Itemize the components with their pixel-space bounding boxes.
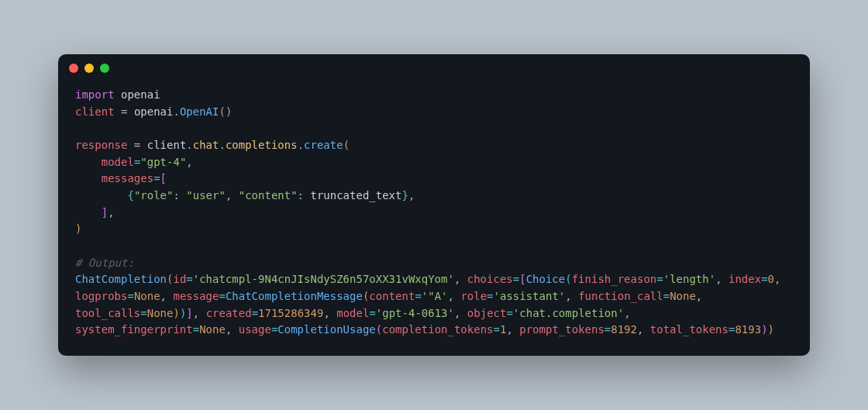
op-eq: = bbox=[153, 172, 160, 184]
type-ccm: ChatCompletionMessage bbox=[226, 290, 363, 302]
comma: , bbox=[193, 307, 206, 319]
ref-client: client bbox=[147, 139, 187, 151]
type-choice: Choice bbox=[526, 273, 566, 285]
op-eq: = bbox=[193, 323, 199, 336]
field-model: model bbox=[336, 307, 369, 319]
val-id: 'chatcmpl-9N4cnJIsNdySZ6n57oXX31vWxqYom' bbox=[193, 273, 454, 285]
val-model: 'gpt-4-0613' bbox=[376, 307, 454, 319]
op-eq: = bbox=[115, 105, 134, 118]
comma: , bbox=[408, 189, 415, 202]
field-logprobs: logprobs bbox=[75, 290, 127, 302]
comma: , bbox=[506, 323, 519, 336]
val-role: 'assistant' bbox=[494, 290, 566, 302]
comma: , bbox=[186, 156, 192, 168]
op-eq: = bbox=[604, 323, 611, 336]
val-object: 'chat.completion' bbox=[513, 307, 624, 319]
paren-close: ) bbox=[173, 307, 179, 319]
paren-open: ( bbox=[343, 139, 350, 151]
comma: , bbox=[226, 323, 239, 336]
field-usage: usage bbox=[239, 323, 271, 336]
dot: . bbox=[298, 139, 304, 151]
var-response: response bbox=[75, 139, 127, 151]
parens: () bbox=[219, 105, 232, 118]
attr-completions: completions bbox=[226, 139, 298, 151]
val-none: None bbox=[199, 323, 226, 336]
op-eq: = bbox=[663, 290, 670, 302]
dot: . bbox=[173, 105, 179, 118]
type-chatcompletion: ChatCompletion bbox=[75, 273, 167, 285]
type-completionusage: CompletionUsage bbox=[277, 323, 375, 336]
field-completion-tokens: completion_tokens bbox=[382, 323, 493, 336]
bracket-open: [ bbox=[519, 273, 525, 285]
val-index: 0 bbox=[768, 273, 774, 285]
field-choices: choices bbox=[467, 273, 513, 285]
comma: , bbox=[715, 273, 728, 285]
field-content: content bbox=[369, 290, 415, 302]
val-user: "user" bbox=[186, 189, 226, 202]
field-object: object bbox=[467, 307, 507, 319]
bracket-close: ] bbox=[186, 307, 192, 319]
module-openai: openai bbox=[134, 105, 174, 118]
op-eq: = bbox=[415, 290, 421, 302]
str-model: "gpt-4" bbox=[140, 156, 186, 168]
brace-open: { bbox=[127, 189, 133, 202]
comment-output: # Output: bbox=[75, 257, 134, 269]
val-none: None bbox=[134, 290, 160, 302]
call-openai: OpenAI bbox=[180, 105, 219, 118]
op-eq: = bbox=[761, 273, 767, 285]
colon: : bbox=[298, 189, 311, 202]
field-prompt-tokens: prompt_tokens bbox=[519, 323, 604, 336]
op-eq: = bbox=[656, 273, 663, 285]
key-content: "content" bbox=[239, 189, 298, 202]
brace-close: } bbox=[401, 189, 408, 202]
comma: , bbox=[454, 273, 467, 285]
field-index: index bbox=[728, 273, 761, 285]
op-eq: = bbox=[219, 290, 225, 302]
field-finish-reason: finish_reason bbox=[572, 273, 657, 285]
comma: , bbox=[448, 290, 461, 302]
op-eq: = bbox=[494, 323, 500, 336]
dot: . bbox=[219, 139, 225, 151]
field-message: message bbox=[173, 290, 219, 302]
minimize-icon[interactable] bbox=[84, 64, 94, 73]
colon: : bbox=[173, 189, 186, 202]
var-truncated-text: truncated_text bbox=[310, 189, 401, 202]
op-eq: = bbox=[127, 139, 146, 151]
field-tool-calls: tool_calls bbox=[75, 307, 140, 319]
paren-close: ) bbox=[768, 323, 774, 336]
comma: , bbox=[226, 189, 239, 202]
comma: , bbox=[774, 273, 787, 285]
indent bbox=[75, 206, 102, 219]
comma: , bbox=[108, 206, 114, 219]
comma: , bbox=[454, 307, 467, 319]
kwarg-model: model bbox=[102, 156, 134, 168]
bracket-close: ] bbox=[102, 206, 108, 219]
paren-close: ) bbox=[761, 323, 767, 336]
call-create: create bbox=[304, 139, 343, 151]
op-eq: = bbox=[252, 307, 258, 319]
close-icon[interactable] bbox=[69, 64, 78, 73]
op-eq: = bbox=[487, 290, 493, 302]
val-content: '"A' bbox=[422, 290, 448, 302]
var-client: client bbox=[75, 105, 115, 118]
comma: , bbox=[565, 290, 578, 302]
paren-close: ) bbox=[75, 222, 81, 235]
keyword-import: import bbox=[75, 88, 115, 101]
comma: , bbox=[323, 307, 336, 319]
module-openai: openai bbox=[115, 88, 160, 101]
attr-chat: chat bbox=[193, 139, 219, 151]
op-eq: = bbox=[140, 307, 146, 319]
indent bbox=[75, 172, 102, 184]
key-role: "role" bbox=[134, 189, 174, 202]
field-id: id bbox=[173, 273, 186, 285]
field-total-tokens: total_tokens bbox=[650, 323, 728, 336]
code-window: import openai client = openai.OpenAI() r… bbox=[58, 54, 810, 356]
dot: . bbox=[186, 139, 192, 151]
field-role: role bbox=[460, 290, 487, 302]
zoom-icon[interactable] bbox=[100, 64, 109, 73]
op-eq: = bbox=[127, 290, 133, 302]
paren-open: ( bbox=[376, 323, 382, 336]
op-eq: = bbox=[506, 307, 512, 319]
field-created: created bbox=[206, 307, 252, 319]
window-titlebar bbox=[58, 54, 810, 82]
